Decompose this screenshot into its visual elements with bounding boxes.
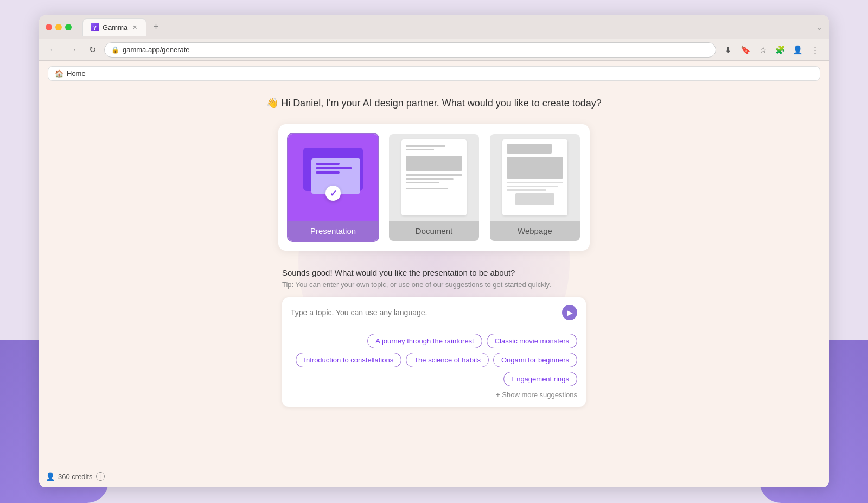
address-bar[interactable]: 🔒 gamma.app/generate (104, 42, 716, 58)
pres-line-long (316, 167, 352, 169)
presentation-preview: ✓ (288, 134, 378, 221)
pres-line-short (316, 163, 340, 165)
tab-label: Gamma (103, 23, 127, 31)
web-cta-block (515, 193, 555, 205)
presentation-label: Presentation (288, 221, 378, 241)
close-window-button[interactable] (46, 24, 52, 30)
tab-bar: γ Gamma ✕ + (82, 18, 812, 36)
doc-text-line-1 (406, 174, 462, 176)
main-content-area: 👋 Hi Daniel, I'm your AI design partner.… (39, 86, 829, 487)
presentation-preview-graphic: ✓ (298, 142, 368, 213)
reload-button[interactable]: ↻ (85, 42, 100, 58)
prompt-question: Sounds good! What would you like the pre… (282, 268, 586, 277)
suggestions-container: A journey through the rainforest Classic… (291, 334, 577, 386)
extensions-button[interactable]: 🧩 (773, 42, 788, 58)
tab-close-button[interactable]: ✕ (131, 23, 138, 31)
download-button[interactable]: ⬇ (720, 42, 736, 58)
input-row: ▶ (291, 305, 577, 327)
type-card-presentation[interactable]: ✓ Presentation (287, 133, 379, 242)
greeting-text: 👋 Hi Daniel, I'm your AI design partner.… (266, 97, 602, 109)
doc-text-line-4 (406, 188, 448, 189)
suggestion-chip-rainforest[interactable]: A journey through the rainforest (367, 334, 482, 348)
home-label: Home (67, 69, 86, 78)
user-icon: 👤 (46, 472, 55, 481)
submit-arrow-icon: ▶ (567, 308, 573, 317)
webpage-label: Webpage (490, 221, 580, 241)
pres-line-short-2 (316, 171, 340, 174)
suggestion-chip-science[interactable]: The science of habits (406, 353, 489, 367)
suggestion-chip-rings[interactable]: Engagement rings (503, 372, 577, 386)
credits-info-icon[interactable]: i (96, 472, 105, 481)
doc-subtitle-line (406, 149, 434, 150)
doc-text-line-3 (406, 182, 439, 183)
lock-icon: 🔒 (111, 46, 119, 54)
home-button[interactable]: 🏠 Home (48, 66, 820, 81)
submit-button[interactable]: ▶ (562, 305, 577, 320)
minimize-window-button[interactable] (55, 24, 62, 30)
document-preview (389, 134, 479, 221)
document-preview-graphic (401, 139, 467, 215)
webpage-preview-graphic (502, 139, 567, 215)
doc-text-line-2 (406, 178, 454, 180)
suggestion-chip-monsters[interactable]: Classic movie monsters (487, 334, 577, 348)
status-bar: 👤 360 credits i (46, 472, 105, 481)
doc-title-line (406, 145, 445, 147)
web-text-line-1 (507, 182, 563, 183)
browser-nav-bar: ← → ↻ 🔒 gamma.app/generate ⬇ 🔖 ☆ 🧩 👤 ⋮ (39, 39, 829, 61)
suggestion-chip-constellations[interactable]: Introduction to constellations (296, 353, 401, 367)
web-text-line-2 (507, 186, 558, 187)
show-more-button[interactable]: + Show more suggestions (496, 391, 577, 399)
url-text: gamma.app/generate (123, 46, 190, 54)
prompt-section: Sounds good! What would you like the pre… (282, 268, 586, 407)
nav-actions: ⬇ 🔖 ☆ 🧩 👤 ⋮ (720, 42, 822, 58)
show-more-section: + Show more suggestions (291, 390, 577, 399)
suggestion-chip-origami[interactable]: Origami for beginners (493, 353, 577, 367)
document-label: Document (389, 221, 479, 241)
forward-button[interactable]: → (65, 42, 80, 58)
gamma-logo-icon: γ (91, 23, 99, 31)
type-card-document[interactable]: Document (388, 133, 480, 242)
window-chevron-down[interactable]: ⌄ (816, 23, 822, 31)
webpage-preview (490, 134, 580, 221)
type-card-webpage[interactable]: Webpage (489, 133, 581, 242)
more-button[interactable]: ⋮ (807, 42, 822, 58)
browser-titlebar: γ Gamma ✕ + ⌄ (39, 15, 829, 39)
prompt-tip: Tip: You can enter your own topic, or us… (282, 281, 586, 289)
credits-label: 360 credits (58, 473, 93, 481)
back-button[interactable]: ← (46, 42, 61, 58)
star-button[interactable]: ☆ (755, 42, 770, 58)
web-text-line-3 (507, 189, 546, 191)
content-type-selector: ✓ Presentation (278, 124, 590, 251)
web-hero-block (507, 157, 563, 179)
browser-tab-gamma[interactable]: γ Gamma ✕ (82, 18, 146, 36)
maximize-window-button[interactable] (65, 24, 72, 30)
home-icon: 🏠 (55, 69, 63, 78)
topic-input[interactable] (291, 308, 558, 317)
profile-button[interactable]: 👤 (790, 42, 805, 58)
presentation-check-icon: ✓ (326, 186, 341, 201)
traffic-lights (46, 24, 72, 30)
input-container: ▶ A journey through the rainforest Class… (282, 297, 586, 407)
page-content: 🏠 Home 👋 Hi Daniel, I'm your AI design p… (39, 61, 829, 487)
web-header-bar (507, 144, 552, 154)
browser-window: γ Gamma ✕ + ⌄ ← → ↻ 🔒 gamma.app/generate… (39, 15, 829, 487)
bookmark-button[interactable]: 🔖 (738, 42, 753, 58)
doc-content-block (406, 156, 462, 171)
tab-favicon-gamma: γ (91, 23, 99, 31)
new-tab-button[interactable]: + (149, 21, 163, 33)
